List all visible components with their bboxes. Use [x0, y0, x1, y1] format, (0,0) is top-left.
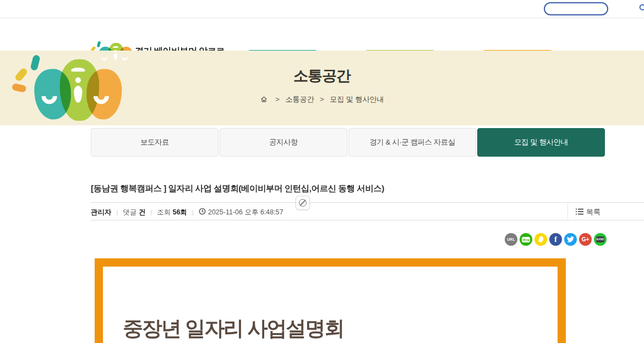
- search-input[interactable]: [545, 5, 639, 13]
- comments-label: 댓글: [123, 208, 137, 217]
- views-value: 56회: [173, 208, 187, 217]
- post-meta: 관리자 | 댓글 건 | 조회 56회 | 2025-11-06 오후 6:48…: [91, 207, 283, 218]
- board-tabs: 보도자료 공지사항 경기 & 시·군 캠퍼스 자료실 모집 및 행사안내: [91, 128, 608, 157]
- breadcrumb-separator: >: [320, 95, 324, 103]
- tab-campus-archive[interactable]: 경기 & 시·군 캠퍼스 자료실: [348, 128, 476, 157]
- site-header: 경기 베이비부머 앙코르 Gyeonggi Babyboomer Encore …: [0, 18, 644, 51]
- share-url-button[interactable]: URL: [505, 233, 517, 246]
- tab-press-release[interactable]: 보도자료: [91, 128, 219, 157]
- list-button[interactable]: 목록: [576, 207, 601, 217]
- share-band-icon[interactable]: BAND: [594, 233, 607, 246]
- share-kakaostory-icon[interactable]: [534, 233, 547, 246]
- list-icon: [576, 208, 583, 217]
- breadcrumb-separator: >: [275, 95, 280, 103]
- page-banner: 소통공간 > 소통공간 > 모집 및 행사안내: [0, 51, 644, 125]
- meta-separator: |: [150, 209, 152, 215]
- tab-recruit-events[interactable]: 모집 및 행사안내: [477, 128, 605, 157]
- poster-heading: 중장년 일자리 사업설명회: [123, 315, 344, 342]
- divider: [91, 202, 644, 203]
- home-icon[interactable]: [260, 95, 270, 103]
- post-datetime: 2025-11-06 오후 6:48:57: [208, 208, 283, 217]
- divider: [91, 220, 644, 220]
- breadcrumb-recruit-events[interactable]: 모집 및 행사안내: [330, 95, 384, 103]
- blog-bubble: blog: [522, 237, 530, 242]
- meta-separator: |: [117, 209, 118, 215]
- kakao-comma-icon: [538, 236, 543, 242]
- divider: [567, 204, 568, 219]
- meta-separator: |: [192, 209, 194, 215]
- share-buttons: URL blog f G+ BAND: [505, 233, 607, 246]
- post-author: 관리자: [91, 208, 112, 217]
- search-icon: [639, 4, 644, 14]
- comments-value: 건: [139, 208, 146, 217]
- page: 경기 베이비부머 앙코르 Gyeonggi Babyboomer Encore …: [0, 0, 644, 343]
- list-button-label: 목록: [586, 207, 601, 217]
- breadcrumb: > 소통공간 > 모집 및 행사안내: [0, 95, 644, 104]
- breadcrumb-communication[interactable]: 소통공간: [285, 95, 314, 103]
- share-twitter-icon[interactable]: [564, 233, 577, 246]
- views-label: 조회: [157, 208, 171, 217]
- share-facebook-icon[interactable]: f: [549, 233, 562, 246]
- clock-icon: [199, 208, 208, 217]
- tab-notice[interactable]: 공지사항: [220, 128, 347, 157]
- page-title: 소통공간: [0, 66, 644, 86]
- search-box[interactable]: [544, 2, 608, 15]
- share-naver-blog-icon[interactable]: blog: [520, 233, 532, 246]
- band-plate: BAND: [596, 236, 604, 242]
- no-entry-icon: [299, 199, 307, 207]
- post-title: [동남권 행복캠퍼스 ] 일자리 사업 설명회(베이비부머 인턴십,어르신 동행…: [91, 183, 575, 195]
- blocked-cursor-badge: [296, 196, 310, 210]
- post-attachment-poster[interactable]: 중장년 일자리 사업설명회: [95, 258, 566, 343]
- top-utility-bar: [0, 0, 644, 18]
- search-button[interactable]: [639, 3, 644, 14]
- share-googleplus-icon[interactable]: G+: [579, 233, 592, 246]
